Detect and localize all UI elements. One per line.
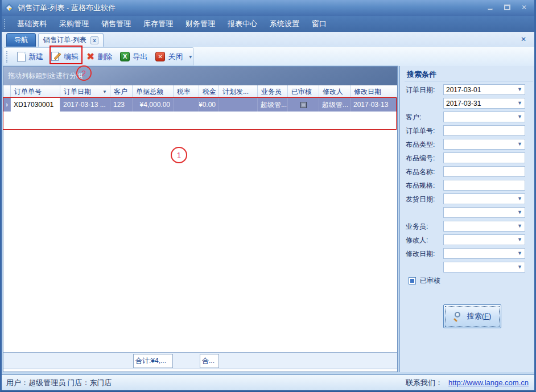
column-header-approved[interactable]: 已审核 [288, 85, 319, 98]
close-red-icon: ✕ [155, 52, 165, 61]
menu-item-base-data[interactable]: 基础资料 [11, 16, 53, 31]
modifier-label: 修改人: [406, 236, 428, 245]
approved-label: 已审核 [420, 276, 440, 286]
order-no-label: 订单单号: [406, 126, 435, 136]
cell-amount[interactable]: ¥4,000.00 [133, 98, 174, 112]
table-row[interactable]: › XD17030001 2017-03-13 ... 123 ¥4,000.0… [3, 98, 397, 112]
fabric-code-label: 布品编号: [406, 154, 435, 163]
menu-item-window[interactable]: 窗口 [306, 16, 333, 31]
menu-item-sales[interactable]: 销售管理 [95, 16, 137, 31]
window-title: 销售订单-列表 - 蓝格布业软件 [18, 3, 116, 13]
approved-checkbox-row[interactable]: 已审核 [409, 276, 440, 286]
chevron-down-icon: ▼ [517, 264, 522, 270]
minimize-button[interactable] [485, 2, 495, 13]
column-header-tax-rate[interactable]: 税率 [174, 85, 199, 98]
export-button[interactable]: X 导出 [116, 50, 151, 64]
menu-item-finance[interactable]: 财务管理 [179, 16, 221, 31]
approved-checkbox-icon[interactable] [409, 277, 416, 284]
order-date-from-dropdown[interactable]: 2017-03-01 ▼ [443, 84, 525, 95]
status-bar: 用户：超级管理员 门店：东门店 联系我们： http://www.lange.c… [2, 374, 534, 390]
summary-row: 合计:¥4,... 合... [3, 352, 397, 369]
toolbar-dropdown-icon[interactable]: ▾ [189, 53, 192, 60]
tabstrip-close-icon[interactable]: ✕ [521, 35, 526, 43]
orders-grid: 拖动列标题到这进行分组 订单单号 订单日期 ▼ 客户 单据总额 税率 税金 计划… [3, 66, 398, 372]
edit-button[interactable]: 编辑 [47, 50, 83, 64]
toolbar: 新建 编辑 ✖ 删除 X 导出 ✕ 关闭 ▾ [3, 47, 536, 66]
menu-item-purchasing[interactable]: 采购管理 [53, 16, 95, 31]
edit-pencil-icon [51, 52, 61, 62]
menu-item-reports[interactable]: 报表中心 [221, 16, 263, 31]
tab-navigation[interactable]: 导航 [6, 33, 36, 47]
checkbox-icon [300, 102, 307, 108]
cell-modifier[interactable]: 超级管... [319, 98, 351, 112]
grid-header-row: 订单单号 订单日期 ▼ 客户 单据总额 税率 税金 计划发... 业务员 已审核… [3, 85, 397, 98]
cell-order-date[interactable]: 2017-03-13 ... [60, 98, 110, 112]
column-header-modified-date[interactable]: 修改日期 [351, 85, 397, 98]
cell-modified-date[interactable]: 2017-03-13 [351, 98, 397, 112]
tab-sales-order-list[interactable]: 销售订单-列表 x [38, 33, 104, 47]
website-link[interactable]: http://www.lange.com.cn [448, 378, 529, 387]
column-header-amount[interactable]: 单据总额 [133, 85, 174, 98]
sort-desc-icon: ▼ [102, 89, 107, 94]
customer-dropdown[interactable]: ▼ [443, 112, 525, 122]
cell-tax-rate[interactable] [174, 98, 199, 112]
divider [405, 81, 533, 81]
chevron-down-icon: ▼ [517, 250, 522, 256]
customer-label: 客户: [406, 113, 421, 122]
modifier-dropdown[interactable]: ▼ [443, 234, 525, 245]
close-window-button[interactable]: ✕ [519, 2, 529, 13]
app-logo-icon [5, 3, 14, 13]
column-header-order-date[interactable]: 订单日期 ▼ [60, 85, 110, 98]
maximize-button[interactable] [502, 2, 512, 13]
menu-bar: 基础资料 采购管理 销售管理 库存管理 财务管理 报表中心 系统设置 窗口 [0, 16, 536, 32]
search-panel-title: 搜索条件 [407, 69, 436, 80]
fabric-type-dropdown[interactable]: ▼ [443, 139, 525, 150]
ship-date-to-dropdown[interactable]: ▼ [443, 207, 525, 218]
fabric-spec-input[interactable] [443, 180, 525, 191]
search-panel: 搜索条件 订单日期: 2017-03-01 ▼ 2017-03-31 ▼ 客户:… [399, 66, 536, 372]
column-header-planned-ship[interactable]: 计划发... [219, 85, 258, 98]
cell-approved-checkbox[interactable] [288, 98, 319, 112]
order-date-to-dropdown[interactable]: 2017-03-31 ▼ [443, 98, 525, 109]
column-header-tax[interactable]: 税金 [199, 85, 219, 98]
fabric-code-input[interactable] [443, 152, 525, 163]
delete-button[interactable]: ✖ 删除 [83, 50, 116, 64]
chevron-down-icon: ▼ [517, 196, 522, 201]
cell-planned-ship[interactable] [219, 98, 258, 112]
modified-date-from-dropdown[interactable]: ▼ [443, 248, 525, 259]
new-document-icon [17, 52, 26, 62]
search-icon [453, 312, 463, 321]
menu-item-inventory[interactable]: 库存管理 [137, 16, 179, 31]
summary-total-tax: 合... [200, 354, 219, 368]
modified-date-to-dropdown[interactable]: ▼ [443, 262, 525, 273]
column-header-order-no[interactable]: 订单单号 [11, 85, 60, 98]
toolbar-group: 新建 编辑 ✖ 删除 X 导出 ✕ 关闭 ▾ [3, 47, 194, 66]
group-hint: 拖动列标题到这进行分组 [8, 71, 83, 81]
menu-item-settings[interactable]: 系统设置 [263, 16, 306, 31]
cell-order-no[interactable]: XD17030001 [11, 98, 60, 112]
fabric-type-label: 布品类型: [406, 140, 435, 150]
cell-salesman[interactable]: 超级管... [258, 98, 288, 112]
group-by-bar[interactable]: 拖动列标题到这进行分组 [3, 67, 397, 85]
ship-date-from-dropdown[interactable]: ▼ [443, 193, 525, 204]
delete-x-icon: ✖ [86, 52, 94, 61]
cell-customer[interactable]: 123 [110, 98, 133, 112]
contact-label: 联系我们： [406, 378, 443, 388]
new-button[interactable]: 新建 [13, 50, 47, 64]
chevron-down-icon: ▼ [517, 237, 522, 242]
fabric-spec-label: 布品规格: [406, 181, 435, 191]
column-header-customer[interactable]: 客户 [110, 85, 133, 98]
chevron-down-icon: ▼ [517, 114, 522, 119]
salesman-dropdown[interactable]: ▼ [443, 221, 525, 232]
column-header-modifier[interactable]: 修改人 [319, 85, 351, 98]
tab-close-icon[interactable]: x [90, 36, 98, 44]
cell-tax[interactable]: ¥0.00 [199, 98, 219, 112]
search-button[interactable]: 搜索(F) [443, 304, 501, 328]
column-header-salesman[interactable]: 业务员 [258, 85, 288, 98]
order-no-input[interactable] [443, 125, 525, 136]
salesman-label: 业务员: [406, 222, 428, 232]
close-tab-button[interactable]: ✕ 关闭 [151, 50, 187, 64]
row-indicator-header [3, 85, 11, 98]
app-window: 销售订单-列表 - 蓝格布业软件 ✕ 基础资料 采购管理 销售管理 库存管理 财… [0, 0, 536, 392]
fabric-name-input[interactable] [443, 166, 525, 177]
